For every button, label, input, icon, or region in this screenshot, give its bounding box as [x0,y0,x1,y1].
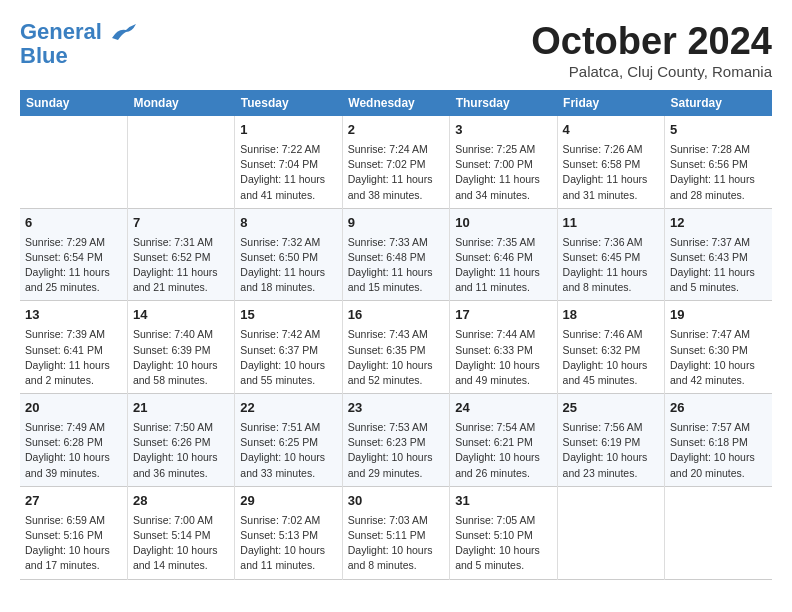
weekday-header-tuesday: Tuesday [235,90,342,116]
day-info: Sunrise: 7:24 AM Sunset: 7:02 PM Dayligh… [348,142,444,203]
day-number: 8 [240,214,336,233]
day-number: 31 [455,492,551,511]
day-number: 23 [348,399,444,418]
day-number: 15 [240,306,336,325]
week-row-3: 13Sunrise: 7:39 AM Sunset: 6:41 PM Dayli… [20,301,772,394]
day-number: 10 [455,214,551,233]
day-number: 16 [348,306,444,325]
calendar-cell: 24Sunrise: 7:54 AM Sunset: 6:21 PM Dayli… [450,394,557,487]
day-info: Sunrise: 7:35 AM Sunset: 6:46 PM Dayligh… [455,235,551,296]
day-info: Sunrise: 7:37 AM Sunset: 6:43 PM Dayligh… [670,235,767,296]
day-number: 25 [563,399,659,418]
calendar-cell: 27Sunrise: 6:59 AM Sunset: 5:16 PM Dayli… [20,486,127,579]
calendar-cell [20,116,127,208]
day-number: 7 [133,214,229,233]
calendar-cell: 30Sunrise: 7:03 AM Sunset: 5:11 PM Dayli… [342,486,449,579]
day-number: 28 [133,492,229,511]
calendar-cell: 22Sunrise: 7:51 AM Sunset: 6:25 PM Dayli… [235,394,342,487]
calendar-cell: 17Sunrise: 7:44 AM Sunset: 6:33 PM Dayli… [450,301,557,394]
calendar-cell [557,486,664,579]
day-number: 4 [563,121,659,140]
day-info: Sunrise: 7:46 AM Sunset: 6:32 PM Dayligh… [563,327,659,388]
calendar-cell: 14Sunrise: 7:40 AM Sunset: 6:39 PM Dayli… [127,301,234,394]
day-info: Sunrise: 7:25 AM Sunset: 7:00 PM Dayligh… [455,142,551,203]
day-info: Sunrise: 7:44 AM Sunset: 6:33 PM Dayligh… [455,327,551,388]
day-info: Sunrise: 7:03 AM Sunset: 5:11 PM Dayligh… [348,513,444,574]
calendar-cell: 25Sunrise: 7:56 AM Sunset: 6:19 PM Dayli… [557,394,664,487]
calendar-cell: 2Sunrise: 7:24 AM Sunset: 7:02 PM Daylig… [342,116,449,208]
month-title: October 2024 [531,20,772,63]
day-number: 22 [240,399,336,418]
day-info: Sunrise: 6:59 AM Sunset: 5:16 PM Dayligh… [25,513,122,574]
calendar-cell: 21Sunrise: 7:50 AM Sunset: 6:26 PM Dayli… [127,394,234,487]
day-number: 12 [670,214,767,233]
calendar-cell: 18Sunrise: 7:46 AM Sunset: 6:32 PM Dayli… [557,301,664,394]
week-row-1: 1Sunrise: 7:22 AM Sunset: 7:04 PM Daylig… [20,116,772,208]
calendar-cell: 1Sunrise: 7:22 AM Sunset: 7:04 PM Daylig… [235,116,342,208]
page-header: General Blue October 2024 Palatca, Cluj … [20,20,772,80]
day-info: Sunrise: 7:28 AM Sunset: 6:56 PM Dayligh… [670,142,767,203]
calendar-cell: 26Sunrise: 7:57 AM Sunset: 6:18 PM Dayli… [665,394,772,487]
day-info: Sunrise: 7:42 AM Sunset: 6:37 PM Dayligh… [240,327,336,388]
weekday-header-monday: Monday [127,90,234,116]
calendar-cell: 15Sunrise: 7:42 AM Sunset: 6:37 PM Dayli… [235,301,342,394]
day-number: 3 [455,121,551,140]
day-info: Sunrise: 7:02 AM Sunset: 5:13 PM Dayligh… [240,513,336,574]
calendar-cell: 23Sunrise: 7:53 AM Sunset: 6:23 PM Dayli… [342,394,449,487]
week-row-4: 20Sunrise: 7:49 AM Sunset: 6:28 PM Dayli… [20,394,772,487]
day-info: Sunrise: 7:33 AM Sunset: 6:48 PM Dayligh… [348,235,444,296]
day-number: 19 [670,306,767,325]
calendar-cell: 10Sunrise: 7:35 AM Sunset: 6:46 PM Dayli… [450,208,557,301]
day-info: Sunrise: 7:29 AM Sunset: 6:54 PM Dayligh… [25,235,122,296]
day-number: 18 [563,306,659,325]
day-info: Sunrise: 7:31 AM Sunset: 6:52 PM Dayligh… [133,235,229,296]
day-number: 21 [133,399,229,418]
day-info: Sunrise: 7:57 AM Sunset: 6:18 PM Dayligh… [670,420,767,481]
day-number: 5 [670,121,767,140]
day-info: Sunrise: 7:47 AM Sunset: 6:30 PM Dayligh… [670,327,767,388]
day-info: Sunrise: 7:43 AM Sunset: 6:35 PM Dayligh… [348,327,444,388]
day-number: 30 [348,492,444,511]
day-info: Sunrise: 7:39 AM Sunset: 6:41 PM Dayligh… [25,327,122,388]
calendar-cell: 5Sunrise: 7:28 AM Sunset: 6:56 PM Daylig… [665,116,772,208]
calendar-cell: 28Sunrise: 7:00 AM Sunset: 5:14 PM Dayli… [127,486,234,579]
day-info: Sunrise: 7:26 AM Sunset: 6:58 PM Dayligh… [563,142,659,203]
day-info: Sunrise: 7:05 AM Sunset: 5:10 PM Dayligh… [455,513,551,574]
day-info: Sunrise: 7:50 AM Sunset: 6:26 PM Dayligh… [133,420,229,481]
week-row-2: 6Sunrise: 7:29 AM Sunset: 6:54 PM Daylig… [20,208,772,301]
day-info: Sunrise: 7:40 AM Sunset: 6:39 PM Dayligh… [133,327,229,388]
location: Palatca, Cluj County, Romania [531,63,772,80]
day-number: 6 [25,214,122,233]
day-number: 11 [563,214,659,233]
calendar-cell: 20Sunrise: 7:49 AM Sunset: 6:28 PM Dayli… [20,394,127,487]
day-info: Sunrise: 7:36 AM Sunset: 6:45 PM Dayligh… [563,235,659,296]
calendar-cell: 11Sunrise: 7:36 AM Sunset: 6:45 PM Dayli… [557,208,664,301]
weekday-header-thursday: Thursday [450,90,557,116]
day-number: 24 [455,399,551,418]
calendar-cell: 19Sunrise: 7:47 AM Sunset: 6:30 PM Dayli… [665,301,772,394]
calendar-cell: 31Sunrise: 7:05 AM Sunset: 5:10 PM Dayli… [450,486,557,579]
calendar-cell [127,116,234,208]
weekday-header-friday: Friday [557,90,664,116]
logo: General Blue [20,20,138,68]
day-info: Sunrise: 7:53 AM Sunset: 6:23 PM Dayligh… [348,420,444,481]
day-number: 29 [240,492,336,511]
day-info: Sunrise: 7:32 AM Sunset: 6:50 PM Dayligh… [240,235,336,296]
calendar-cell: 9Sunrise: 7:33 AM Sunset: 6:48 PM Daylig… [342,208,449,301]
day-number: 13 [25,306,122,325]
day-info: Sunrise: 7:56 AM Sunset: 6:19 PM Dayligh… [563,420,659,481]
calendar-cell: 8Sunrise: 7:32 AM Sunset: 6:50 PM Daylig… [235,208,342,301]
day-number: 14 [133,306,229,325]
day-number: 2 [348,121,444,140]
weekday-header-saturday: Saturday [665,90,772,116]
calendar-cell: 16Sunrise: 7:43 AM Sunset: 6:35 PM Dayli… [342,301,449,394]
day-info: Sunrise: 7:54 AM Sunset: 6:21 PM Dayligh… [455,420,551,481]
calendar-cell: 6Sunrise: 7:29 AM Sunset: 6:54 PM Daylig… [20,208,127,301]
calendar-cell: 12Sunrise: 7:37 AM Sunset: 6:43 PM Dayli… [665,208,772,301]
day-number: 17 [455,306,551,325]
calendar-table: SundayMondayTuesdayWednesdayThursdayFrid… [20,90,772,580]
title-block: October 2024 Palatca, Cluj County, Roman… [531,20,772,80]
logo-text2: Blue [20,44,138,68]
day-info: Sunrise: 7:49 AM Sunset: 6:28 PM Dayligh… [25,420,122,481]
calendar-cell: 7Sunrise: 7:31 AM Sunset: 6:52 PM Daylig… [127,208,234,301]
